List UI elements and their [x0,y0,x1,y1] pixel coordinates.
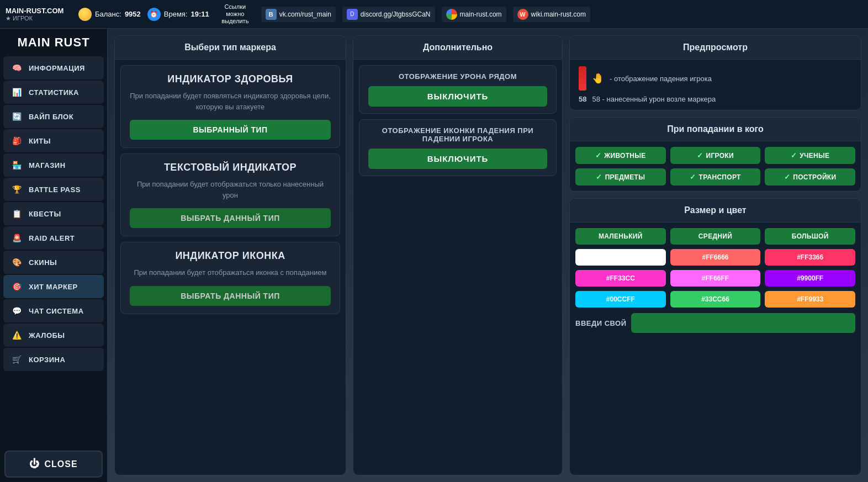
sidebar-item-battlepass[interactable]: 🏆 BATTLE PASS [3,178,104,201]
check-items-icon: ✓ [596,173,602,181]
sidebar-item-shop[interactable]: 🏪 МАГАЗИН [3,153,104,177]
color-btn-ff6666[interactable]: #FF6666 [670,249,761,266]
marker-card-icon: ИНДИКАТОР ИКОНКА При попадании будет ото… [120,242,340,314]
marker-panel-title: Выбери тип маркера [115,36,346,60]
balance-value: 9952 [125,10,141,18]
vk-link[interactable]: В vk.com/rust_main [261,7,336,22]
sidebar-item-chat[interactable]: 💬 ЧАТ СИСТЕМА [3,299,104,322]
fall-icon-btn[interactable]: ВЫКЛЮЧИТЬ [368,149,547,169]
marker-text-title: ТЕКСТОВЫЙ ИНДИКАТОР [130,162,331,173]
size-btn-medium[interactable]: СРЕДНИЙ [670,228,761,245]
custom-color-input[interactable] [631,313,855,333]
hitmarker-icon: 🎯 [10,279,24,294]
color-btn-ff66ff[interactable]: #FF66FF [670,270,761,287]
color-row-3: #00CCFF #33CC66 #FF9933 [575,291,855,308]
skins-icon: 🎨 [10,255,24,269]
damage-number: 58 [579,95,586,103]
battlepass-icon: 🏆 [10,182,24,197]
size-btn-small[interactable]: МАЛЕНЬКИЙ [575,228,666,245]
target-btn-players[interactable]: ✓ ИГРОКИ [670,147,761,164]
sidebar-item-raidalert[interactable]: 🚨 RAID ALERT [3,226,104,250]
size-buttons-row: МАЛЕНЬКИЙ СРЕДНИЙ БОЛЬШОЙ [575,228,855,245]
color-btn-33cc66[interactable]: #33CC66 [670,291,761,308]
marker-icon-desc: При попадании будет отображаться иконка … [130,267,331,278]
time-label: Время: [164,10,188,18]
discord-link[interactable]: D discord.gg/JtgbssGCaN [342,7,435,22]
sidebar-title: MAIN RUST [0,29,107,55]
sidebar-item-kits[interactable]: 🎒 КИТЫ [3,129,104,152]
wipeblock-icon: 🔄 [10,109,24,124]
target-btn-buildings[interactable]: ✓ ПОСТРОЙКИ [765,168,855,186]
main-site-link[interactable]: main-rust.com [442,7,506,22]
topbar-site: MAIN-RUST.COM ★ ИГРОК [6,7,72,22]
main-site-text: main-rust.com [460,10,502,18]
target-label-buildings: ПОСТРОЙКИ [793,173,836,181]
wiki-icon: W [517,9,528,20]
target-label-players: ИГРОКИ [706,152,733,160]
clock-icon: ⏰ [147,8,161,21]
sidebar: MAIN RUST 🧠 ИНФОРМАЦИЯ 📊 СТАТИСТИКА 🔄 ВА… [0,29,108,482]
color-btn-9900ff[interactable]: #9900FF [765,270,855,287]
sidebar-item-cart[interactable]: 🛒 КОРЗИНА [3,348,104,371]
size-btn-large[interactable]: БОЛЬШОЙ [765,228,855,245]
preview-text-1: - отображение падения игрока [610,75,712,83]
sidebar-label-stats: СТАТИСТИКА [29,88,79,97]
sidebar-item-quests[interactable]: 📋 КВЕСТЫ [3,202,104,225]
size-color-panel: Размер и цвет МАЛЕНЬКИЙ СРЕДНИЙ БОЛЬШОЙ … [569,198,861,475]
sidebar-item-complaints[interactable]: ⚠️ ЖАЛОБЫ [3,324,104,347]
target-label-transport: ТРАНСПОРТ [699,173,741,181]
fall-icon-label: ОТОБРАЖЕНИЕ ИКОНКИ ПАДЕНИЯ ПРИ ПАДЕНИИ И… [368,126,547,143]
target-label-scientists: УЧЕНЫЕ [800,152,829,160]
sidebar-label-quests: КВЕСТЫ [29,210,61,218]
hand-icon: 🤚 [592,72,604,84]
color-btn-ff3366[interactable]: #FF3366 [765,249,855,266]
target-btn-items[interactable]: ✓ ПРЕДМЕТЫ [575,168,666,186]
sidebar-item-info[interactable]: 🧠 ИНФОРМАЦИЯ [3,56,104,80]
balance-label: Баланс: [95,10,121,18]
preview-text-2: 58 - нанесенный урон возле маркера [592,95,716,103]
check-transport-icon: ✓ [690,173,696,181]
wiki-link[interactable]: W wiki.main-rust.com [513,7,590,22]
marker-text-btn[interactable]: ВЫБРАТЬ ДАННЫЙ ТИП [130,208,331,228]
quests-icon: 📋 [10,206,24,221]
marker-icon-btn[interactable]: ВЫБРАТЬ ДАННЫЙ ТИП [130,286,331,306]
close-button[interactable]: ⏻ CLOSE [4,451,103,478]
damage-nearby-btn[interactable]: ВЫКЛЮЧИТЬ [368,86,547,107]
wiki-link-text: wiki.main-rust.com [531,10,586,18]
coin-icon [78,8,92,21]
marker-text-desc: При попадании будет отображаться только … [130,179,331,200]
color-row-2: #FF33CC #FF66FF #9900FF [575,270,855,287]
target-btn-scientists[interactable]: ✓ УЧЕНЫЕ [765,147,855,164]
sidebar-label-battlepass: BATTLE PASS [29,186,81,194]
content-area: Выбери тип маркера ИНДИКАТОР ЗДОРОВЬЯ Пр… [108,29,868,482]
color-btn-00ccff[interactable]: #00CCFF [575,291,666,308]
check-scientists-icon: ✓ [791,151,797,160]
sidebar-label-raidalert: RAID ALERT [29,234,75,242]
marker-health-desc: При попадании будет появляться индикатор… [130,91,331,112]
sidebar-label-wipeblock: ВАЙП БЛОК [29,113,73,121]
marker-health-btn[interactable]: ВЫБРАННЫЙ ТИП [130,120,331,140]
color-btn-ff33cc[interactable]: #FF33CC [575,270,666,287]
sidebar-item-hitmarker[interactable]: 🎯 ХИТ МАРКЕР [3,275,104,298]
sidebar-item-skins[interactable]: 🎨 СКИНЫ [3,251,104,274]
check-animals-icon: ✓ [595,151,601,160]
chat-icon: 💬 [10,304,24,318]
vk-icon: В [266,9,277,20]
marker-health-title: ИНДИКАТОР ЗДОРОВЬЯ [130,73,331,85]
color-btn-white[interactable] [575,249,666,266]
size-color-panel-title: Размер и цвет [570,199,861,223]
targets-panel: При попадании в кого ✓ ЖИВОТНЫЕ ✓ ИГРОКИ… [569,117,861,192]
marker-card-text: ТЕКСТОВЫЙ ИНДИКАТОР При попадании будет … [120,153,340,236]
topbar-time: ⏰ Время: 19:11 [147,8,209,21]
sidebar-item-wipeblock[interactable]: 🔄 ВАЙП БЛОК [3,105,104,128]
target-label-items: ПРЕДМЕТЫ [605,173,645,181]
stats-icon: 📊 [10,85,24,99]
additional-panel-title: Дополнительно [353,36,562,60]
sidebar-item-stats[interactable]: 📊 СТАТИСТИКА [3,81,104,104]
target-btn-transport[interactable]: ✓ ТРАНСПОРТ [670,168,761,186]
target-btn-animals[interactable]: ✓ ЖИВОТНЫЕ [575,147,666,164]
kits-icon: 🎒 [10,134,24,148]
sidebar-label-cart: КОРЗИНА [29,356,65,364]
chrome-icon [446,9,457,20]
color-btn-ff9933[interactable]: #FF9933 [765,291,855,308]
